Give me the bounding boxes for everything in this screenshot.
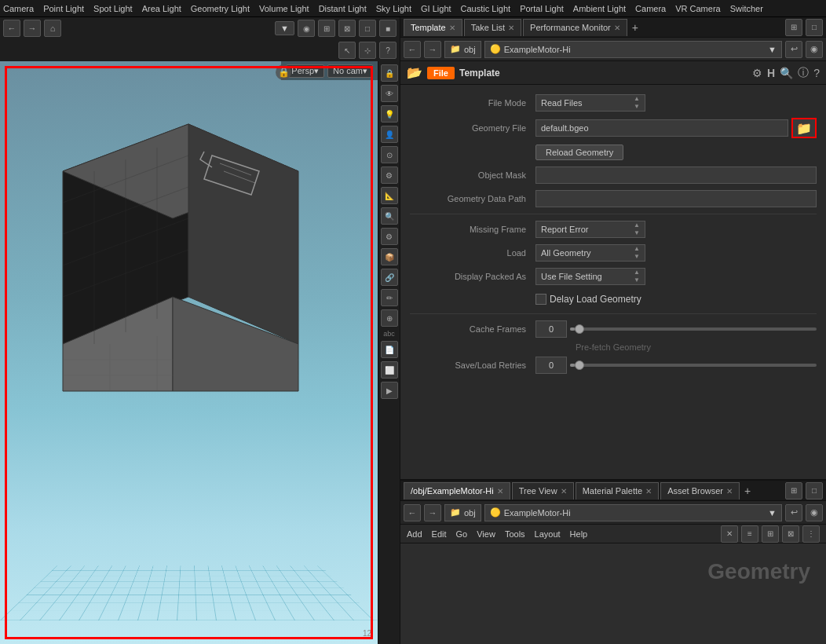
menu-geometry-light[interactable]: Geometry Light	[191, 4, 250, 13]
reload-geometry-btn[interactable]: Reload Geometry	[535, 145, 623, 160]
bottom-nav-icon2[interactable]: ◉	[806, 504, 823, 521]
zoom-btn[interactable]: 🔍	[381, 207, 398, 225]
tab-obj-close[interactable]: ✕	[497, 487, 503, 496]
menu-view[interactable]: View	[477, 529, 495, 539]
tab-tree-close[interactable]: ✕	[561, 487, 567, 496]
menu-layout[interactable]: Layout	[535, 529, 561, 539]
save-load-retries-track[interactable]	[570, 364, 817, 367]
file-browse-btn[interactable]: 📁	[791, 118, 817, 138]
bottom-path-dropdown[interactable]: 🟡 ExampleMotor-Hi ▼	[484, 504, 782, 521]
bottom-obj-dropdown[interactable]: 📁 obj	[444, 504, 481, 521]
visibility-btn[interactable]: 👁	[381, 85, 398, 102]
menu-go[interactable]: Go	[456, 529, 468, 539]
display-packed-up[interactable]: ▲	[634, 269, 640, 276]
info-btn[interactable]: ?	[379, 42, 397, 59]
file-mode-dropdown[interactable]: Read Files ▲ ▼	[535, 94, 645, 112]
menu-camera2[interactable]: Camera	[635, 4, 666, 13]
gear-btn[interactable]: ⚙	[381, 228, 398, 245]
bottom-layout-btn[interactable]: ⊞	[785, 482, 802, 499]
menu-tools[interactable]: Tools	[505, 529, 525, 539]
screenshot-btn[interactable]: ⬜	[381, 361, 398, 379]
light-btn[interactable]: 💡	[381, 105, 398, 123]
transform-tool-btn[interactable]: ⊹	[359, 42, 376, 59]
viewport-icon5[interactable]: ■	[379, 20, 397, 37]
tab-perf-close[interactable]: ✕	[614, 24, 620, 32]
settings-btn[interactable]: ⚙	[381, 166, 398, 184]
panel-layout-btn[interactable]: ⊞	[785, 19, 802, 36]
viewport-icon4[interactable]: □	[359, 20, 376, 37]
geometry-data-path-input[interactable]	[535, 190, 817, 207]
viewport-back-btn[interactable]: ←	[3, 20, 20, 37]
load-dn[interactable]: ▼	[634, 253, 640, 261]
bottom-fwd-btn[interactable]: →	[424, 504, 441, 521]
bottom-nav-icon1[interactable]: ↩	[785, 504, 802, 521]
tab-add-btn[interactable]: +	[629, 21, 641, 34]
menu-help[interactable]: Help	[570, 529, 588, 539]
file-mode-up[interactable]: ▲	[634, 95, 640, 103]
save-load-retries-input[interactable]	[535, 357, 567, 374]
persp-button[interactable]: Persp▾	[286, 64, 324, 78]
tab-obj-path[interactable]: /obj/ExampleMotor-Hi ✕	[404, 482, 510, 499]
right-back-btn[interactable]: ←	[404, 41, 421, 58]
viewport-home-btn[interactable]: ⌂	[44, 20, 61, 37]
select-tool-btn[interactable]: ↖	[338, 42, 356, 59]
missing-frame-up[interactable]: ▲	[634, 221, 640, 229]
viewport-icon2[interactable]: ⊞	[318, 20, 335, 37]
bottom-menu-icon5[interactable]: ⋮	[802, 525, 820, 543]
bottom-menu-icon3[interactable]: ⊞	[762, 525, 779, 543]
bottom-menu-icon4[interactable]: ⊠	[782, 525, 799, 543]
search-icon[interactable]: 🔍	[780, 67, 793, 79]
lock-sidebar-btn[interactable]: 🔒	[381, 64, 398, 82]
menu-vr-camera[interactable]: VR Camera	[675, 4, 720, 13]
tab-material-close[interactable]: ✕	[645, 487, 652, 496]
geometry-file-input[interactable]	[535, 119, 788, 137]
menu-caustic-light[interactable]: Caustic Light	[461, 4, 511, 13]
tab-template-close[interactable]: ✕	[449, 24, 455, 32]
viewport-icon1[interactable]: ◉	[298, 20, 315, 37]
play-btn[interactable]: ▶	[381, 382, 398, 399]
display-packed-dn[interactable]: ▼	[634, 276, 640, 284]
ruler-btn[interactable]: 📐	[381, 187, 398, 204]
bottom-back-btn[interactable]: ←	[404, 504, 421, 521]
panel-single-btn[interactable]: □	[806, 19, 823, 36]
delay-load-checkbox[interactable]	[535, 294, 546, 305]
magnet-btn[interactable]: ⊕	[381, 309, 398, 327]
gear-icon[interactable]: ⚙	[752, 67, 762, 79]
menu-portal-light[interactable]: Portal Light	[520, 4, 564, 13]
right-fwd-btn[interactable]: →	[424, 41, 441, 58]
node-graph-area[interactable]: Geometry File 📁 Template default.bgeo	[400, 543, 826, 644]
cache-frames-track[interactable]	[570, 327, 817, 331]
menu-point-light[interactable]: Point Light	[43, 4, 84, 13]
bottom-menu-icon1[interactable]: ✕	[721, 525, 738, 543]
tab-performance-monitor[interactable]: Performance Monitor ✕	[523, 19, 627, 36]
file-mode-dn[interactable]: ▼	[634, 103, 640, 111]
viewport-dropdown-btn[interactable]: ▼	[275, 21, 294, 35]
load-up[interactable]: ▲	[634, 245, 640, 253]
menu-gi-light[interactable]: GI Light	[421, 4, 451, 13]
tab-template[interactable]: Template ✕	[404, 19, 462, 36]
bottom-menu-icon2[interactable]: ≡	[741, 525, 758, 543]
chain-btn[interactable]: 🔗	[381, 269, 398, 286]
viewport-icon3[interactable]: ⊠	[338, 20, 356, 37]
menu-distant-light[interactable]: Distant Light	[319, 4, 367, 13]
menu-add[interactable]: Add	[407, 529, 422, 539]
tab-tree-view[interactable]: Tree View ✕	[512, 482, 574, 499]
tab-take-list-close[interactable]: ✕	[508, 24, 514, 32]
cache-frames-input[interactable]	[535, 320, 567, 338]
question-icon[interactable]: ?	[813, 67, 820, 79]
bottom-tab-add[interactable]: +	[741, 485, 754, 497]
box-btn[interactable]: 📦	[381, 248, 398, 265]
menu-sky-light[interactable]: Sky Light	[376, 4, 411, 13]
missing-frame-dropdown[interactable]: Report Error ▲ ▼	[535, 221, 645, 238]
right-nav-icon1[interactable]: ↩	[785, 41, 802, 58]
viewport-3d[interactable]: 🔒 Persp▾ No cam▾	[0, 61, 378, 644]
menu-area-light[interactable]: Area Light	[142, 4, 181, 13]
save-load-retries-thumb[interactable]	[575, 360, 584, 370]
h-icon[interactable]: H	[767, 67, 775, 79]
menu-ambient-light[interactable]: Ambient Light	[573, 4, 626, 13]
menu-edit[interactable]: Edit	[432, 529, 447, 539]
lock-icon[interactable]: 🔒	[276, 64, 291, 80]
info-icon[interactable]: ⓘ	[798, 66, 809, 80]
tab-take-list[interactable]: Take List ✕	[464, 19, 521, 36]
tab-material-palette[interactable]: Material Palette ✕	[576, 482, 659, 499]
